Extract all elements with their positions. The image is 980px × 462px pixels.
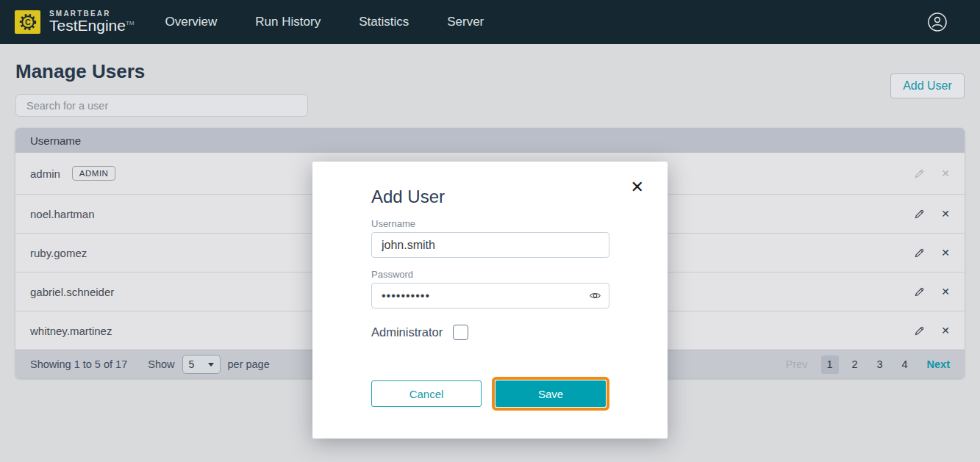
brand-product: TestEngineTM — [49, 18, 134, 34]
username-label: Username — [371, 218, 609, 229]
pagination-page-2[interactable]: 2 — [846, 355, 864, 374]
row-actions: ✕ — [914, 325, 950, 336]
username-cell: noel.hartman — [30, 208, 95, 220]
svg-text:C: C — [25, 18, 31, 26]
username-cell: admin — [30, 167, 60, 180]
show-password-eye-icon[interactable] — [589, 289, 601, 302]
pagination-prev: Prev — [786, 358, 808, 370]
page-title: Manage Users — [15, 60, 965, 83]
edit-pencil-icon[interactable] — [914, 325, 925, 336]
save-button-highlight-ring: Save — [492, 377, 609, 411]
modal-title: Add User — [371, 187, 609, 207]
brand-logo[interactable]: C SMARTBEAR TestEngineTM — [15, 10, 134, 35]
pagination-page-3[interactable]: 3 — [871, 355, 889, 374]
username-cell: whitney.martinez — [30, 325, 112, 337]
edit-pencil-icon[interactable] — [914, 248, 925, 259]
password-field-wrapper — [371, 283, 609, 308]
delete-x-icon[interactable]: ✕ — [941, 248, 950, 258]
page-size-value: 5 — [189, 358, 195, 370]
row-actions: ✕ — [914, 286, 950, 297]
smartbear-gear-icon: C — [15, 10, 40, 34]
user-profile-icon[interactable] — [927, 12, 948, 32]
pagination-page-4[interactable]: 4 — [896, 355, 914, 374]
nav-item-statistics[interactable]: Statistics — [359, 15, 409, 29]
search-input[interactable] — [15, 94, 308, 117]
close-icon[interactable]: ✕ — [631, 179, 644, 195]
administrator-row: Administrator — [371, 325, 609, 340]
edit-pencil-icon[interactable] — [914, 286, 925, 297]
delete-x-icon: ✕ — [941, 168, 950, 178]
delete-x-icon[interactable]: ✕ — [941, 209, 950, 219]
cancel-button[interactable]: Cancel — [371, 380, 482, 407]
delete-x-icon[interactable]: ✕ — [941, 286, 950, 297]
nav-item-overview[interactable]: Overview — [165, 15, 217, 29]
edit-pencil-icon[interactable] — [914, 209, 925, 220]
save-button[interactable]: Save — [496, 380, 606, 407]
password-label: Password — [371, 269, 609, 280]
edit-pencil-icon — [914, 168, 925, 179]
show-label: Show — [148, 358, 174, 370]
username-cell: ruby.gomez — [30, 247, 87, 259]
brand-text: SMARTBEAR TestEngineTM — [49, 10, 134, 35]
nav-item-run-history[interactable]: Run History — [255, 15, 321, 29]
username-cell: gabriel.schneider — [30, 286, 114, 298]
administrator-checkbox[interactable] — [453, 325, 468, 340]
showing-text: Showing 1 to 5 of 17 — [30, 358, 127, 370]
per-page-label: per page — [228, 358, 270, 370]
pagination-page-1[interactable]: 1 — [821, 355, 839, 374]
username-field[interactable] — [371, 232, 609, 258]
page-size-select[interactable]: 5 — [182, 355, 221, 374]
chevron-down-icon — [208, 363, 214, 367]
add-user-button[interactable]: Add User — [890, 73, 965, 98]
main-nav: Overview Run History Statistics Server — [165, 15, 484, 29]
administrator-label: Administrator — [371, 325, 443, 339]
nav-item-server[interactable]: Server — [447, 15, 484, 29]
pagination: Prev 1 2 3 4 Next — [786, 355, 950, 374]
top-navbar: C SMARTBEAR TestEngineTM Overview Run Hi… — [0, 0, 980, 44]
modal-buttons: Cancel Save — [371, 377, 609, 411]
password-field[interactable] — [371, 283, 609, 308]
admin-badge: ADMIN — [72, 166, 116, 181]
add-user-modal: ✕ Add User Username Password Administrat… — [312, 162, 668, 438]
row-actions: ✕ — [914, 209, 950, 220]
delete-x-icon[interactable]: ✕ — [941, 325, 950, 336]
row-actions: ✕ — [914, 248, 950, 259]
row-actions: ✕ — [914, 168, 950, 179]
table-header-username: Username — [15, 128, 965, 153]
pagination-next[interactable]: Next — [927, 358, 950, 370]
